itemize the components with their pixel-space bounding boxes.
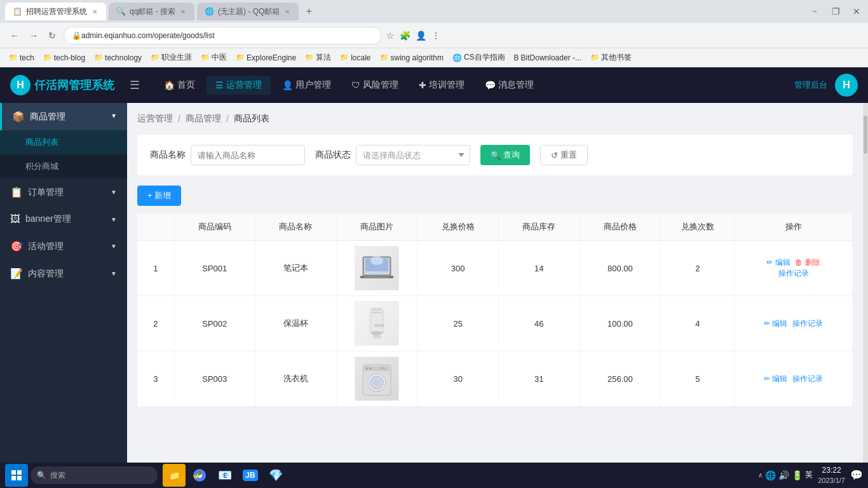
- start-button[interactable]: [5, 464, 28, 487]
- tab-favicon: 📋: [13, 7, 22, 16]
- sidebar-banner-label: banner管理: [25, 214, 71, 225]
- tab-active[interactable]: 📋 招聘运营管理系统 ✕: [5, 3, 106, 20]
- row1-edit-button[interactable]: ✏ 编辑: [766, 258, 790, 267]
- nav-training[interactable]: ✚ 培训管理: [410, 76, 473, 95]
- table-row: 1 SP001 笔记本: [137, 241, 853, 296]
- nav-operations[interactable]: ☰ 运营管理: [207, 76, 271, 95]
- notification-icon[interactable]: 💬: [850, 469, 863, 481]
- taskbar-clock[interactable]: 23:22 2023/1/7: [818, 466, 845, 485]
- app-logo: H 仟活网管理系统: [10, 75, 114, 95]
- bookmark-career[interactable]: 📁职业生涯: [147, 51, 196, 64]
- taskbar-date-display: 2023/1/7: [818, 476, 845, 485]
- svg-rect-9: [372, 312, 382, 313]
- sidebar-item-orders[interactable]: 📋 订单管理 ▼: [0, 179, 127, 206]
- sidebar-item-goods-list[interactable]: 商品列表: [0, 130, 127, 154]
- battery-icon[interactable]: 🔋: [792, 470, 803, 480]
- add-goods-button[interactable]: + 新增: [137, 186, 181, 206]
- sidebar-item-activities[interactable]: 🎯 活动管理 ▼: [0, 233, 127, 260]
- bookmark-algorithm[interactable]: 📁算法: [301, 51, 335, 64]
- extension-puzzle-icon[interactable]: 🧩: [400, 30, 410, 41]
- reset-button[interactable]: ↺ 重置: [540, 145, 588, 165]
- lang-indicator[interactable]: 英: [805, 470, 813, 480]
- bookmark-tech[interactable]: 📁tech: [5, 52, 38, 64]
- taskbar-app-5[interactable]: 💎: [264, 464, 287, 487]
- close-button[interactable]: ✕: [850, 6, 863, 17]
- row1-record-button[interactable]: 操作记录: [778, 269, 809, 278]
- filter-name-input[interactable]: [191, 145, 305, 165]
- sidebar-item-points-mall[interactable]: 积分商城: [0, 154, 127, 179]
- tab-qq-mail[interactable]: 🔍 qq邮箱 - 搜索 ✕: [109, 3, 194, 20]
- svg-rect-24: [17, 476, 22, 480]
- breadcrumb-goods-management[interactable]: 商品管理: [186, 113, 221, 125]
- bookmark-star-icon[interactable]: ☆: [386, 30, 395, 41]
- address-input[interactable]: 🔒 admin.eqianhuo.com/operate/goods/list: [64, 27, 381, 44]
- col-exchange-price-header: 兑换价格: [417, 214, 499, 241]
- sidebar-item-content[interactable]: 📝 内容管理 ▼: [0, 260, 127, 287]
- tab-label: 招聘运营管理系统: [26, 6, 87, 17]
- forward-button[interactable]: →: [27, 28, 41, 43]
- nav-messages[interactable]: 💬 消息管理: [476, 76, 543, 95]
- bookmark-cs-guide[interactable]: 🌐CS自学指南: [449, 51, 509, 64]
- back-button[interactable]: ←: [8, 28, 22, 43]
- scroll-track[interactable]: [863, 103, 868, 463]
- row2-name: 保温杯: [255, 296, 337, 351]
- cup-svg: 保温杯: [358, 304, 396, 342]
- minimize-button[interactable]: －: [808, 6, 822, 17]
- bookmark-chinese-medicine[interactable]: 📁中医: [197, 51, 231, 64]
- taskbar-app-3-icon: 📧: [218, 468, 232, 482]
- admin-link[interactable]: 管理后台: [794, 79, 827, 91]
- nav-users[interactable]: 👤 用户管理: [273, 76, 340, 95]
- svg-point-3: [370, 256, 383, 265]
- row2-actions: ✏ 编辑 操作记录: [735, 296, 853, 351]
- tab-qq-inbox[interactable]: 🌐 (无主题) - QQ邮箱 ✕: [197, 3, 299, 20]
- user-avatar[interactable]: H: [835, 74, 858, 97]
- bookmark-locale[interactable]: 📁locale: [336, 52, 374, 64]
- row3-edit-button[interactable]: ✏ 编辑: [764, 374, 787, 383]
- sidebar-item-banner[interactable]: 🖼 banner管理 ▼: [0, 206, 127, 233]
- risk-icon: 🛡: [351, 80, 360, 90]
- profile-icon[interactable]: 👤: [416, 30, 426, 41]
- restore-button[interactable]: ❐: [829, 6, 843, 17]
- col-action-header: 操作: [735, 214, 853, 241]
- row2-edit-button[interactable]: ✏ 编辑: [764, 319, 787, 328]
- taskbar-app-4[interactable]: JB: [239, 464, 262, 487]
- tab-close-btn-2[interactable]: ✕: [179, 7, 187, 17]
- filter-status-select[interactable]: 请选择商品状态 上架 下架: [356, 145, 470, 165]
- bookmark-swing-algorithm[interactable]: 📁swing algorithm: [376, 52, 447, 64]
- tab-close-btn[interactable]: ✕: [91, 7, 98, 17]
- bookmark-tech-blog[interactable]: 📁tech-blog: [39, 52, 89, 64]
- tab-close-btn-3[interactable]: ✕: [283, 7, 291, 17]
- bookmark-bitdownloader[interactable]: BBitDownloader -...: [510, 52, 585, 64]
- row3-record-button[interactable]: 操作记录: [792, 374, 823, 383]
- breadcrumb-operations[interactable]: 运营管理: [137, 113, 173, 125]
- more-options-icon[interactable]: ⋮: [431, 30, 440, 41]
- nav-risk[interactable]: 🛡 风险管理: [342, 76, 407, 95]
- refresh-button[interactable]: ↻: [46, 28, 58, 43]
- row2-price: 100.00: [580, 296, 661, 351]
- query-button[interactable]: 🔍 查询: [480, 145, 530, 165]
- tray-arrow-icon[interactable]: ∧: [758, 471, 763, 478]
- product-image-washer: [355, 356, 399, 401]
- volume-icon[interactable]: 🔊: [778, 470, 789, 480]
- menu-toggle-button[interactable]: ☰: [130, 78, 140, 92]
- bookmark-technology[interactable]: 📁technology: [90, 52, 146, 64]
- chrome-icon: [193, 468, 207, 482]
- sidebar-item-goods-management[interactable]: 📦 商品管理 ▲: [0, 103, 127, 130]
- bookmark-explore-engine[interactable]: 📁ExploreEngine: [232, 52, 300, 64]
- taskbar-search[interactable]: 🔍 搜索: [31, 466, 158, 484]
- row1-delete-button[interactable]: 🗑 删除: [795, 258, 820, 267]
- taskbar-app-3[interactable]: 📧: [214, 464, 236, 487]
- new-tab-button[interactable]: +: [301, 4, 316, 19]
- taskbar-file-explorer[interactable]: 📁: [163, 464, 186, 487]
- svg-point-18: [365, 367, 368, 370]
- scroll-thumb[interactable]: [864, 116, 867, 154]
- row2-record-button[interactable]: 操作记录: [792, 319, 823, 328]
- nav-home[interactable]: 🏠 首页: [155, 76, 204, 95]
- taskbar-apps: 📁 📧 JB 💎: [160, 464, 287, 487]
- network-icon[interactable]: 🌐: [765, 470, 776, 480]
- taskbar-chrome[interactable]: [188, 464, 211, 487]
- col-exchange-count-header: 兑换次数: [661, 214, 735, 241]
- row1-stock: 14: [499, 241, 580, 296]
- users-icon: 👤: [282, 80, 293, 90]
- bookmark-others[interactable]: 📁其他书签: [587, 51, 635, 64]
